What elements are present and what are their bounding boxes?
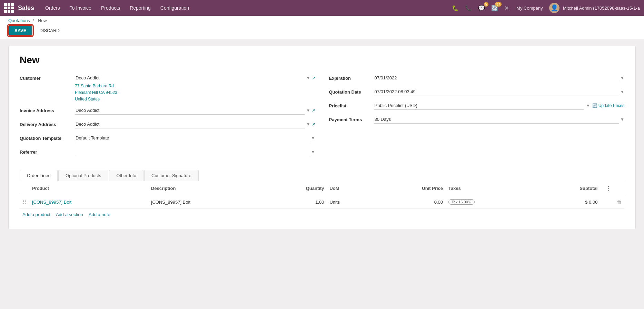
expiration-label: Expiration bbox=[329, 74, 374, 81]
page-title: New bbox=[20, 55, 624, 66]
bug-icon[interactable]: 🐛 bbox=[450, 3, 460, 13]
payment-terms-row: Payment Terms ▼ bbox=[329, 115, 625, 126]
invoice-address-dropdown-icon[interactable]: ▼ bbox=[306, 108, 310, 113]
expiration-dropdown-icon[interactable]: ▼ bbox=[620, 76, 624, 80]
quotation-template-dropdown-icon[interactable]: ▼ bbox=[311, 136, 315, 141]
chat-icon[interactable]: 💬 5 bbox=[477, 3, 486, 13]
payment-terms-field: ▼ bbox=[374, 115, 625, 124]
save-button[interactable]: SAVE bbox=[8, 25, 32, 36]
toolbar: SAVE DISCARD bbox=[8, 25, 636, 39]
col-header-description: Description bbox=[148, 181, 279, 196]
tax-badge[interactable]: Tax 15.00% bbox=[448, 199, 474, 205]
tab-order-lines[interactable]: Order Lines bbox=[20, 170, 58, 181]
referrer-dropdown-icon[interactable]: ▼ bbox=[311, 149, 315, 154]
delivery-address-field: ▼ ↗ bbox=[75, 120, 315, 128]
delivery-address-input[interactable] bbox=[75, 120, 305, 128]
row-drag-handle-cell: ⠿ bbox=[20, 196, 29, 208]
referrer-input[interactable] bbox=[75, 148, 310, 156]
form-card: New Customer ▼ ↗ bbox=[8, 46, 636, 229]
quotation-date-dropdown-icon[interactable]: ▼ bbox=[620, 89, 624, 94]
quotation-template-input[interactable] bbox=[75, 134, 310, 142]
pricelist-dropdown-icon[interactable]: ▼ bbox=[586, 103, 590, 108]
product-link[interactable]: [CONS_89957] Bolt bbox=[32, 200, 71, 205]
delivery-address-label: Delivery Address bbox=[20, 120, 75, 127]
discard-button[interactable]: DISCARD bbox=[35, 26, 64, 35]
breadcrumb-current: New bbox=[38, 18, 47, 23]
nav-reporting[interactable]: Reporting bbox=[126, 3, 155, 13]
app-title[interactable]: Sales bbox=[18, 4, 34, 12]
avatar[interactable]: 👤 bbox=[549, 3, 559, 13]
col-header-uom: UoM bbox=[327, 181, 386, 196]
breadcrumb-parent[interactable]: Quotations bbox=[8, 18, 30, 23]
phone-icon[interactable]: 📞 bbox=[464, 3, 473, 13]
quotation-template-label: Quotation Template bbox=[20, 134, 75, 141]
col-header-subtotal: Subtotal bbox=[529, 181, 600, 196]
form-columns: Customer ▼ ↗ 77 Santa Barbara Rd Pleasan… bbox=[20, 74, 624, 162]
expiration-input[interactable] bbox=[374, 74, 619, 82]
customer-label: Customer bbox=[20, 74, 75, 81]
col-header-actions[interactable]: ⋮ bbox=[600, 181, 624, 196]
refresh-icon[interactable]: 🔄 37 bbox=[490, 3, 499, 13]
update-prices-label: Update Prices bbox=[598, 103, 624, 108]
company-name: My Company bbox=[516, 6, 543, 11]
add-section-link[interactable]: Add a section bbox=[56, 212, 83, 217]
breadcrumb: Quotations / New bbox=[8, 18, 636, 23]
delivery-address-external-link-icon[interactable]: ↗ bbox=[312, 122, 315, 127]
update-prices-button[interactable]: 🔄 Update Prices bbox=[592, 103, 624, 108]
table-options-button[interactable]: ⋮ bbox=[603, 184, 613, 193]
delivery-address-dropdown-icon[interactable]: ▼ bbox=[306, 122, 310, 127]
tab-optional-products[interactable]: Optional Products bbox=[58, 170, 108, 181]
close-icon[interactable]: ✕ bbox=[503, 3, 510, 13]
quotation-template-field: ▼ bbox=[75, 134, 315, 142]
customer-dropdown-icon[interactable]: ▼ bbox=[306, 76, 310, 80]
customer-address-line3: United States bbox=[75, 96, 315, 103]
row-description: [CONS_89957] Bolt bbox=[151, 200, 190, 205]
refresh-badge: 37 bbox=[495, 2, 502, 7]
pricelist-row: Pricelist ▼ 🔄 Update Prices bbox=[329, 102, 625, 112]
pricelist-field: ▼ 🔄 Update Prices bbox=[374, 102, 625, 110]
nav-configuration[interactable]: Configuration bbox=[156, 3, 193, 13]
row-quantity[interactable]: 1.00 bbox=[315, 200, 324, 205]
pricelist-label: Pricelist bbox=[329, 102, 374, 108]
payment-terms-input[interactable] bbox=[374, 115, 619, 124]
tab-other-info[interactable]: Other Info bbox=[109, 170, 143, 181]
pricelist-input[interactable] bbox=[374, 102, 584, 110]
breadcrumb-separator: / bbox=[33, 18, 34, 23]
referrer-field: ▼ bbox=[75, 148, 315, 156]
quotation-date-label: Quotation Date bbox=[329, 88, 374, 95]
top-navigation: Sales Orders To Invoice Products Reporti… bbox=[0, 0, 644, 16]
col-header-product: Product bbox=[29, 181, 148, 196]
user-name: Mitchell Admin (17052098-saas-15-1-a bbox=[563, 6, 640, 11]
payment-terms-dropdown-icon[interactable]: ▼ bbox=[620, 117, 624, 122]
customer-input[interactable] bbox=[75, 74, 305, 82]
nav-orders[interactable]: Orders bbox=[41, 3, 64, 13]
nav-to-invoice[interactable]: To Invoice bbox=[66, 3, 96, 13]
customer-address: 77 Santa Barbara Rd Pleasant Hill CA 945… bbox=[75, 82, 315, 103]
row-unit-price-cell: 0.00 bbox=[386, 196, 446, 208]
col-drag-handle bbox=[20, 181, 29, 196]
add-product-link[interactable]: Add a product bbox=[22, 212, 50, 217]
customer-address-line1: 77 Santa Barbara Rd bbox=[75, 83, 315, 89]
invoice-address-input[interactable] bbox=[75, 106, 305, 115]
expiration-row: Expiration ▼ bbox=[329, 74, 625, 84]
row-taxes-cell: Tax 15.00% bbox=[446, 196, 529, 208]
customer-field: ▼ ↗ 77 Santa Barbara Rd Pleasant Hill CA… bbox=[75, 74, 315, 103]
customer-row: Customer ▼ ↗ 77 Santa Barbara Rd Pleasan… bbox=[20, 74, 315, 103]
referrer-row: Referrer ▼ bbox=[20, 148, 315, 158]
tab-customer-signature[interactable]: Customer Signature bbox=[144, 170, 199, 181]
quotation-date-input[interactable] bbox=[374, 88, 619, 96]
row-quantity-cell: 1.00 bbox=[279, 196, 327, 208]
delete-row-icon[interactable]: 🗑 bbox=[617, 199, 622, 205]
add-note-link[interactable]: Add a note bbox=[89, 212, 110, 217]
grid-menu-icon[interactable] bbox=[4, 3, 14, 13]
drag-handle-icon[interactable]: ⠿ bbox=[22, 199, 27, 205]
row-product-cell: [CONS_89957] Bolt bbox=[29, 196, 148, 208]
nav-products[interactable]: Products bbox=[97, 3, 124, 13]
topbar-icons: 🐛 📞 💬 5 🔄 37 ✕ My Company 👤 Mitchell Adm… bbox=[450, 3, 640, 13]
chat-badge: 5 bbox=[484, 2, 489, 7]
invoice-address-label: Invoice Address bbox=[20, 106, 75, 113]
customer-external-link-icon[interactable]: ↗ bbox=[312, 76, 315, 80]
invoice-address-external-link-icon[interactable]: ↗ bbox=[312, 108, 315, 113]
row-unit-price[interactable]: 0.00 bbox=[434, 200, 443, 205]
row-uom: Units bbox=[329, 200, 340, 205]
